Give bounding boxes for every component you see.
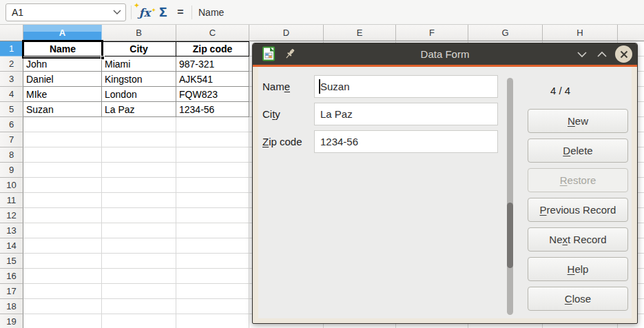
row-header-13[interactable]: 13: [0, 223, 23, 238]
sum-icon[interactable]: Σ: [156, 0, 171, 25]
row-header-1[interactable]: 1: [0, 41, 23, 57]
row-header-3[interactable]: 3: [0, 72, 23, 87]
row-header-10[interactable]: 10: [0, 178, 23, 193]
toolbar-separator: [131, 6, 132, 19]
cell-c2[interactable]: 987-321: [176, 57, 249, 72]
row-header-12[interactable]: 12: [0, 208, 23, 223]
formula-input[interactable]: Name: [198, 0, 224, 25]
column-header-d[interactable]: D: [249, 25, 324, 41]
function-wizard-icon[interactable]: ƒx: [136, 0, 153, 25]
formula-toolbar: A1 ƒx Σ = Name: [0, 0, 644, 25]
cell-b5[interactable]: La Paz: [102, 102, 176, 117]
row-header-14[interactable]: 14: [0, 238, 23, 254]
row-header-19[interactable]: 19: [0, 314, 23, 328]
column-header-c[interactable]: C: [176, 25, 249, 41]
row-header-5[interactable]: 5: [0, 102, 23, 117]
column-header-g[interactable]: G: [468, 25, 543, 41]
next-record-button[interactable]: Next Record: [528, 227, 628, 252]
row-header-8[interactable]: 8: [0, 147, 23, 163]
cell-a3[interactable]: Daniel: [23, 72, 102, 87]
column-header-row: A B C D E F G H: [0, 25, 644, 41]
row-header-15[interactable]: 15: [0, 254, 23, 269]
toolbar-separator: [191, 6, 192, 19]
row-header-9[interactable]: 9: [0, 163, 23, 178]
row-header-4[interactable]: 4: [0, 87, 23, 102]
city-label: City: [262, 108, 314, 120]
close-button[interactable]: [615, 45, 632, 63]
city-field[interactable]: [314, 103, 498, 125]
cell-a4[interactable]: MIke: [23, 87, 102, 102]
data-form-dialog: Data Form Name City Zip code 4 / 4: [252, 43, 638, 324]
cell-c5[interactable]: 1234-56: [176, 102, 249, 117]
name-label: Name: [262, 81, 314, 92]
row-header-17[interactable]: 17: [0, 284, 23, 299]
zip-code-field[interactable]: [314, 130, 498, 153]
cell-a1[interactable]: Name: [23, 41, 102, 57]
cell-b2[interactable]: Miami: [102, 57, 176, 72]
column-header-h[interactable]: H: [543, 25, 618, 41]
select-all-corner[interactable]: [0, 25, 23, 41]
new-button[interactable]: New: [528, 109, 628, 133]
cell-a2[interactable]: John: [23, 57, 102, 72]
zip-code-label: Zip code: [262, 136, 314, 147]
roll-up-button[interactable]: [595, 43, 609, 65]
cell-a5[interactable]: Suzan: [23, 102, 102, 117]
cell-c3[interactable]: AJK541: [176, 72, 249, 87]
data-table: Name City Zip code John Miami 987-321 Da…: [23, 41, 249, 117]
previous-record-button[interactable]: Previous Record: [528, 198, 628, 222]
cell-b4[interactable]: London: [102, 87, 176, 102]
row-header-16[interactable]: 16: [0, 269, 23, 284]
chevron-down-icon[interactable]: [113, 10, 121, 15]
record-indicator: 4 / 4: [550, 85, 570, 96]
roll-down-button[interactable]: [575, 43, 589, 65]
dialog-button-column: New Delete Restore Previous Record Next …: [528, 109, 628, 311]
cell-b1[interactable]: City: [102, 41, 176, 57]
name-field[interactable]: [314, 75, 498, 98]
row-header-column: 1 2 3 4 5 6 7 8 9 10 11 12 13 14 15 16 1…: [0, 41, 23, 328]
cell-c4[interactable]: FQW823: [176, 87, 249, 102]
cell-c1[interactable]: Zip code: [176, 41, 249, 57]
column-header-e[interactable]: E: [324, 25, 396, 41]
row-header-2[interactable]: 2: [0, 57, 23, 72]
form-scrollbar[interactable]: [507, 78, 513, 315]
help-button[interactable]: Help: [528, 257, 628, 281]
row-header-11[interactable]: 11: [0, 193, 23, 208]
delete-button[interactable]: Delete: [528, 139, 628, 163]
scrollbar-thumb[interactable]: [507, 203, 513, 268]
column-header-b[interactable]: B: [102, 25, 176, 41]
cell-b3[interactable]: Kingston: [102, 72, 176, 87]
row-header-7[interactable]: 7: [0, 132, 23, 147]
close-button-dialog[interactable]: Close: [528, 287, 628, 311]
column-header-partial[interactable]: [618, 25, 644, 41]
row-header-6[interactable]: 6: [0, 117, 23, 132]
dialog-content: Name City Zip code 4 / 4 New Delete Rest…: [258, 67, 632, 318]
column-header-f[interactable]: F: [396, 25, 468, 41]
restore-button[interactable]: Restore: [528, 168, 628, 192]
dialog-titlebar[interactable]: Data Form: [253, 43, 637, 65]
name-box[interactable]: A1: [6, 3, 126, 21]
formula-equals-icon[interactable]: =: [174, 0, 187, 25]
text-caret: [319, 79, 320, 94]
column-header-a[interactable]: A: [23, 25, 102, 41]
row-header-18[interactable]: 18: [0, 299, 23, 314]
cell-reference: A1: [12, 7, 23, 18]
